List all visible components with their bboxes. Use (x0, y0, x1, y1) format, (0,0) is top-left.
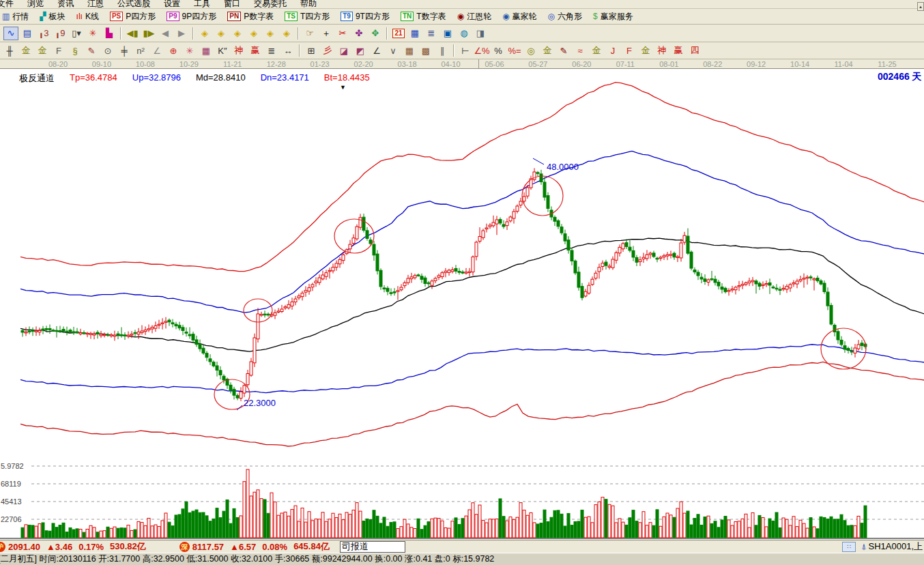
toolbar-button-gann-wheel[interactable]: ◉江恩轮 (453, 10, 495, 24)
notes-view-icon[interactable]: ≣ (424, 27, 439, 40)
splitter-button[interactable]: ∷ (842, 542, 856, 552)
toolbar-button-p-square[interactable]: PSP四方形 (106, 10, 160, 24)
grid-box-2-icon[interactable]: ▩ (418, 44, 433, 57)
ink-brush-icon[interactable]: ✎ (556, 44, 571, 57)
menu-item-6[interactable]: 工具 (187, 0, 217, 9)
gold-circle-icon[interactable]: ◎ (523, 44, 538, 57)
cycle-clock-icon[interactable]: ⊙ (100, 44, 115, 57)
menu-item-2[interactable]: 资讯 (50, 0, 81, 9)
info-view-icon[interactable]: ▤ (20, 27, 35, 40)
first-bar-icon[interactable]: ◀▮ (125, 27, 140, 40)
n-square-icon[interactable]: n² (133, 44, 148, 57)
span-measure-icon[interactable]: ↔ (280, 44, 295, 57)
circle-target-icon[interactable]: ⊕ (166, 44, 181, 57)
mini-scroll-button[interactable]: ▴ (917, 2, 924, 11)
menu-item-7[interactable]: 窗口 (217, 0, 247, 9)
toolbar-button-hexagon[interactable]: ◎六角形 (544, 10, 586, 24)
gann-ruler-icon[interactable]: ╫ (2, 44, 17, 57)
gold-angle-icon[interactable]: 金 (638, 44, 653, 57)
gold-hline-2-icon[interactable]: 金 (589, 44, 604, 57)
toolbar-button-t-table[interactable]: TNT数字表 (396, 10, 450, 24)
menu-item-1[interactable]: 浏览 (20, 0, 50, 9)
toolbar-button-blocks[interactable]: ▞板块 (35, 10, 69, 24)
trend-tool-icon[interactable]: ∿ (3, 27, 18, 40)
toolbar-button-9p-square[interactable]: P99P四方形 (162, 10, 220, 24)
band-wave-icon[interactable]: ≈ (573, 44, 588, 57)
menu-item-5[interactable]: 设置 (157, 0, 187, 9)
indicator-param-caret-icon[interactable]: ▼ (340, 84, 346, 91)
fib-scale-icon[interactable]: F (51, 44, 66, 57)
color-histogram-icon[interactable]: ▙ (102, 27, 117, 40)
compress-vertical-icon[interactable]: ◈ (263, 27, 278, 40)
menu-item-9[interactable]: 帮助 (293, 0, 323, 9)
ruler-123-icon[interactable]: ≣ (264, 44, 279, 57)
shift-left-icon[interactable]: ◈ (197, 27, 212, 40)
expand-horizontal-icon[interactable]: ◈ (230, 27, 245, 40)
ray-fan-icon[interactable]: 彡 (320, 44, 335, 57)
star-target-icon[interactable]: ✳ (182, 44, 197, 57)
parallel-lines-icon[interactable]: ∥ (435, 44, 450, 57)
pen-measure-icon[interactable]: ✎ (84, 44, 99, 57)
menu-item-3[interactable]: 江恩 (81, 0, 111, 9)
menu-item-8[interactable]: 交易委托 (247, 0, 293, 9)
prev-bar-icon[interactable]: ◀ (158, 27, 173, 40)
save-chart-icon[interactable]: ▣ (440, 27, 455, 40)
fan-box-icon[interactable]: ◪ (336, 44, 351, 57)
gold-scale-b-icon[interactable]: 金 (35, 44, 50, 57)
k-note-icon[interactable]: K″ (215, 44, 230, 57)
fan-box-2-icon[interactable]: ◩ (353, 44, 368, 57)
clip-measure-icon[interactable]: ✂ (335, 27, 350, 40)
chart-area[interactable]: 5.978268119454132270648.000022.3000 极反通道… (0, 69, 924, 540)
coil-scale-icon[interactable]: § (68, 44, 83, 57)
candle-style-icon[interactable]: ▯▾ (69, 27, 84, 40)
toolbar-button-kline[interactable]: ılıK线 (72, 10, 103, 24)
toolbar-button-t-square[interactable]: TST四方形 (280, 10, 334, 24)
shen-tool-icon[interactable]: 神 (231, 44, 246, 57)
print-report-icon[interactable]: ◨ (473, 27, 488, 40)
remote-data-icon[interactable]: ◍ (457, 27, 472, 40)
calendar-icon[interactable]: 21 (391, 27, 406, 40)
toolbar-button-winner-wheel[interactable]: ◉赢家轮 (498, 10, 540, 24)
toolbar-button-quotes[interactable]: ▥行情 (0, 10, 33, 24)
trend-angle-icon[interactable]: ∠ (369, 44, 384, 57)
pattern-red-icon[interactable]: ✳ (85, 27, 100, 40)
ying-tool-icon[interactable]: 赢 (248, 44, 263, 57)
toolbar-button-9t-square[interactable]: T99T四方形 (336, 10, 394, 24)
angle-mirror-icon[interactable]: ∠ (149, 44, 164, 57)
j-angle-icon[interactable]: J (605, 44, 620, 57)
price-scale-icon[interactable]: ⊢ (458, 44, 473, 57)
pct-angle-icon[interactable]: ∠% (474, 44, 489, 57)
news-ticker[interactable]: 司报道 (340, 541, 405, 553)
wave-check-icon[interactable]: ∨ (386, 44, 401, 57)
chart-period-3-icon[interactable]: ╻3 (36, 27, 51, 40)
comb-ruler-icon[interactable]: ╪ (117, 44, 132, 57)
grid-target-icon[interactable]: ▦ (199, 44, 214, 57)
ying-angle-icon[interactable]: 赢 (671, 44, 686, 57)
menu-item-4[interactable]: 公式选股 (111, 0, 157, 9)
magnet-tool-icon[interactable]: ✤ (351, 27, 366, 40)
gold-hline-icon[interactable]: 金 (540, 44, 555, 57)
si-angle-icon[interactable]: 四 (687, 44, 702, 57)
pattern-green-icon[interactable]: ✥ (368, 27, 383, 40)
gold-scale-a-icon[interactable]: 金 (18, 44, 33, 57)
percent-icon[interactable]: % (491, 44, 506, 57)
grid-box-icon[interactable]: ▦ (402, 44, 417, 57)
chart-canvas[interactable]: 5.978268119454132270648.000022.3000 (0, 69, 924, 540)
hand-tool-icon[interactable]: ☞ (302, 27, 317, 40)
shift-right-icon[interactable]: ◈ (214, 27, 229, 40)
shen-angle-icon[interactable]: 神 (654, 44, 669, 57)
pct-line-icon[interactable]: %= (507, 44, 522, 57)
toolbar-button-p-table[interactable]: PNP数字表 (223, 10, 278, 24)
chart-period-9-icon[interactable]: ╻9 (53, 27, 68, 40)
toolbar-button-winner-service[interactable]: $赢家服务 (589, 10, 637, 24)
last-bar-icon[interactable]: ▮▶ (141, 27, 156, 40)
f-angle-icon[interactable]: F (622, 44, 637, 57)
next-bar-icon[interactable]: ▶ (174, 27, 189, 40)
menu-item-0[interactable]: 文件 (0, 0, 20, 9)
calculator-icon[interactable]: ▦ (407, 27, 422, 40)
expand-all-icon[interactable]: ◈ (279, 27, 294, 40)
crosshair-tool-icon[interactable]: ＋ (319, 27, 334, 40)
compress-horizontal-icon[interactable]: ◈ (246, 27, 261, 40)
date-tick-label: 02-20 (354, 60, 373, 68)
gann-box-icon[interactable]: ⊞ (304, 44, 319, 57)
